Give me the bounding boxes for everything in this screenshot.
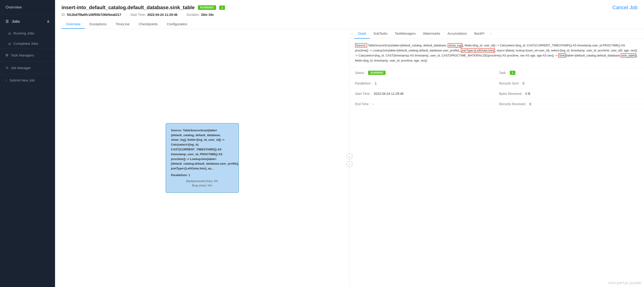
node-card[interactable]: Source: TableSourceScan(table=[default_c… xyxy=(166,123,239,193)
task-count-badge: 1 xyxy=(219,6,225,10)
header-meta: ID: f412bd7f8a0fc108f55b726bf4ea6217 Sta… xyxy=(62,13,638,17)
task-value-badge: 1 xyxy=(510,71,516,75)
tab-overview[interactable]: Overview xyxy=(62,20,85,29)
end-time-label: End Time : xyxy=(355,102,370,106)
status-field: Status : RUNNING xyxy=(355,71,494,75)
duration-field: Duration: 20m 19s xyxy=(187,13,214,17)
sidebar-item-task-managers[interactable]: ⊞ Task Managers xyxy=(0,49,55,61)
parallelism-records-sent-row: Parallelism : 1 Records Sent : 0 xyxy=(350,78,644,89)
collapse-left-button[interactable]: ‹ xyxy=(346,161,352,167)
sidebar-jobs-header[interactable]: ☰ Jobs ∧ xyxy=(0,15,55,28)
bytes-received-label: Bytes Received : xyxy=(499,92,523,96)
detail-tab-subtasks[interactable]: SubTasks xyxy=(370,29,391,39)
sidebar: Overview ☰ Jobs ∧ ◎ Running Jobs ◎ Compl… xyxy=(0,0,55,287)
detail-tab-taskmanagers[interactable]: TaskManagers xyxy=(391,29,419,39)
job-manager-icon: ⊙ xyxy=(6,66,8,70)
sidebar-item-completed-jobs[interactable]: ◎ Completed Jobs xyxy=(0,38,55,49)
start-time-detail-label: Start Time : xyxy=(355,92,372,96)
detail-panel: ‹ Detail SubTasks TaskManagers Watermark… xyxy=(350,29,644,287)
main-content: insert-into_default_catalog.default_data… xyxy=(55,0,644,287)
running-badge: RUNNING xyxy=(368,71,386,75)
sidebar-item-job-manager[interactable]: ⊙ Job Manager xyxy=(0,61,55,74)
bytes-received-value: 0 B xyxy=(526,92,530,96)
records-received-label: Records Received : xyxy=(499,102,527,106)
detail-tab-backpr[interactable]: BackPr xyxy=(470,29,488,39)
status-badge: RUNNING xyxy=(198,5,216,10)
detail-tabs: ‹ Detail SubTasks TaskManagers Watermark… xyxy=(350,29,644,39)
node-parallelism: Parallelism: 1 xyxy=(171,173,234,178)
upload-icon: ↑ xyxy=(6,78,7,82)
task-label: Task : xyxy=(499,71,508,75)
parallelism-field: Parallelism : 1 xyxy=(355,82,494,85)
detail-tab-detail[interactable]: Detail xyxy=(354,29,370,39)
detail-tab-prev-arrow[interactable]: ‹ xyxy=(350,30,354,38)
check-circle-icon: ◎ xyxy=(8,42,11,46)
start-time-detail-field: Start Time : 2022-04-24 11:29:46 xyxy=(355,92,494,96)
chevron-up-icon: ∧ xyxy=(47,19,50,24)
task-field: Task : 1 xyxy=(499,71,638,75)
task-managers-icon: ⊞ xyxy=(6,53,8,57)
detail-tab-accumulators[interactable]: Accumulators xyxy=(444,29,470,39)
sidebar-item-submit-new-job[interactable]: ↑ Submit New Job xyxy=(0,74,55,86)
expand-right-button[interactable]: › xyxy=(346,153,352,159)
job-id-field: ID: f412bd7f8a0fc108f55b726bf4ea6217 xyxy=(62,13,121,17)
menu-icon: ☰ xyxy=(6,20,9,24)
content-area: Source: TableSourceScan(table=[default_c… xyxy=(55,29,644,287)
start-time-detail-value: 2022-04-24 11:29:46 xyxy=(374,92,404,96)
start-time-value: 2022-04-24 11:29:46 xyxy=(147,13,178,17)
records-sent-value: 0 xyxy=(523,82,524,85)
detail-tab-next-arrow[interactable]: › xyxy=(488,30,493,38)
header-title-row: insert-into_default_catalog.default_data… xyxy=(62,5,638,11)
sidebar-jobs-section: ☰ Jobs ∧ ◎ Running Jobs ◎ Completed Jobs xyxy=(0,15,55,49)
records-received-field: Records Received : 0 xyxy=(499,102,638,106)
duration-value: 20m 19s xyxy=(201,13,214,17)
tab-configuration[interactable]: Configuration xyxy=(162,20,192,29)
watermark: CSDN @帅气迷人的老架构 xyxy=(608,281,641,285)
tab-timeline[interactable]: TimeLine xyxy=(111,20,134,29)
sidebar-item-overview[interactable]: Overview xyxy=(0,0,55,15)
detail-tab-watermarks[interactable]: Watermarks xyxy=(419,29,444,39)
id-value: f412bd7f8a0fc108f55b726bf4ea6217 xyxy=(67,13,121,17)
source-prefix: Source: TableSourceScan(table=[default_c… xyxy=(355,43,638,62)
bytes-received-field: Bytes Received : 0 B xyxy=(499,92,638,96)
id-label: ID: xyxy=(62,13,66,17)
graph-panel: Source: TableSourceScan(table=[default_c… xyxy=(55,29,350,287)
end-time-field: End Time : - xyxy=(355,102,494,106)
records-received-value: 0 xyxy=(529,102,531,106)
records-sent-label: Records Sent : xyxy=(499,82,520,85)
start-time-label: Start Time: xyxy=(130,13,146,17)
node-stats: Backpressured (max): 0% Busy (max): N/A xyxy=(171,179,234,188)
job-title: insert-into_default_catalog.default_data… xyxy=(62,5,195,11)
circle-icon: ◎ xyxy=(8,32,11,35)
records-sent-field: Records Sent : 0 xyxy=(499,82,638,85)
status-label: Status : xyxy=(355,71,366,75)
status-task-row: Status : RUNNING Task : 1 xyxy=(350,68,644,78)
duration-label: Duration: xyxy=(187,13,200,17)
start-time-field: Start Time: 2022-04-24 11:29:46 xyxy=(130,13,178,17)
parallelism-value: 1 xyxy=(375,82,376,85)
node-body-text: Source: TableSourceScan(table=[default_c… xyxy=(171,128,234,171)
end-time-records-received-row: End Time : - Records Received : 0 xyxy=(350,99,644,109)
cancel-job-button[interactable]: Cancel Job xyxy=(612,5,638,11)
end-time-value: - xyxy=(373,102,374,106)
header-title: insert-into_default_catalog.default_data… xyxy=(62,5,225,11)
source-text-block: Source: TableSourceScan(table=[default_c… xyxy=(350,39,644,68)
tab-checkpoints[interactable]: Checkpoints xyxy=(134,20,162,29)
job-header: insert-into_default_catalog.default_data… xyxy=(55,0,644,29)
tab-exceptions[interactable]: Exceptions xyxy=(85,20,111,29)
start-time-bytes-row: Start Time : 2022-04-24 11:29:46 Bytes R… xyxy=(350,89,644,99)
detail-content: Source: TableSourceScan(table=[default_c… xyxy=(350,39,644,287)
sidebar-item-running-jobs[interactable]: ◎ Running Jobs xyxy=(0,28,55,38)
main-tabs: Overview Exceptions TimeLine Checkpoints… xyxy=(62,20,638,29)
parallelism-label: Parallelism : xyxy=(355,82,372,85)
